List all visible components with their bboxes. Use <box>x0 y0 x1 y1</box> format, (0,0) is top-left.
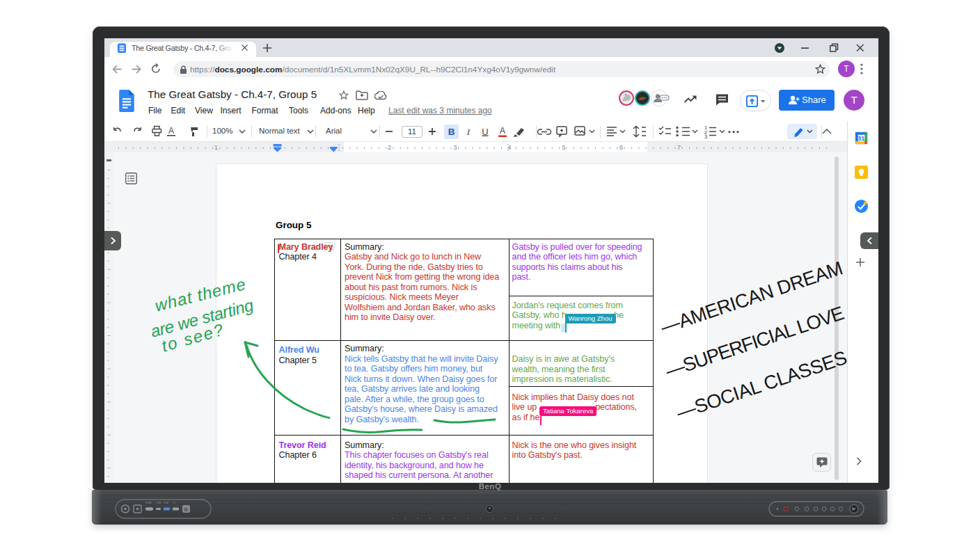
svg-text:11: 11 <box>408 127 416 136</box>
svg-text:1: 1 <box>214 144 218 151</box>
svg-text:7: 7 <box>677 144 681 151</box>
svg-text:A: A <box>168 126 174 136</box>
svg-text:5: 5 <box>562 144 566 151</box>
svg-text:HDMI: HDMI <box>145 502 152 504</box>
svg-text:PC: PC <box>173 502 176 504</box>
svg-text:U: U <box>482 127 488 137</box>
svg-text:3: 3 <box>454 144 457 151</box>
svg-text:USB: USB <box>156 502 161 504</box>
svg-text:N: N <box>184 507 188 512</box>
svg-text:USB: USB <box>164 502 169 504</box>
svg-text:2: 2 <box>388 144 391 151</box>
svg-text:100%: 100% <box>212 127 232 135</box>
svg-text:Arial: Arial <box>326 127 342 135</box>
svg-text:A: A <box>500 126 506 136</box>
svg-text:31: 31 <box>858 134 864 141</box>
svg-text:3: 3 <box>704 134 707 140</box>
svg-text:6: 6 <box>619 144 623 151</box>
svg-text:Normal text: Normal text <box>259 127 301 135</box>
svg-text:I: I <box>466 127 471 137</box>
svg-text:B: B <box>448 127 455 137</box>
